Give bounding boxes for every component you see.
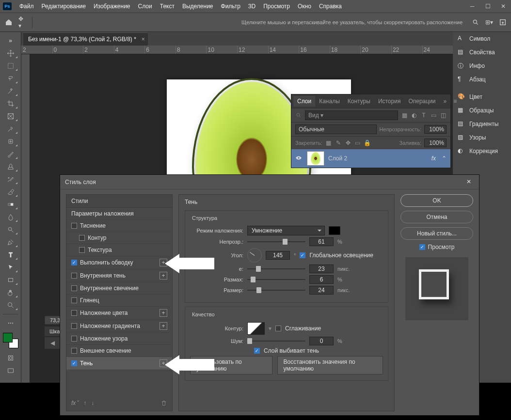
add-effect-button[interactable]: + — [160, 309, 167, 317]
document-tab[interactable]: Без имени-1 @ 73,3% (Слой 2, RGB/8) * × — [23, 32, 148, 46]
cancel-button[interactable]: Отмена — [400, 211, 473, 223]
layers-tab-слои[interactable]: Слои — [293, 96, 315, 107]
angle-dial[interactable] — [247, 248, 262, 263]
search-icon[interactable] — [295, 112, 302, 119]
panel-tab-инфо[interactable]: ⓘИнфо — [453, 59, 511, 73]
layers-tab-история[interactable]: История — [374, 96, 405, 107]
layers-tab-контуры[interactable]: Контуры — [344, 96, 374, 107]
close-window-button[interactable]: ✕ — [495, 0, 511, 13]
opacity-input[interactable]: 100% — [424, 125, 447, 134]
dodge-tool[interactable] — [3, 224, 18, 235]
menu-фильтр[interactable]: Фильтр — [217, 3, 244, 10]
filter-adjust-icon[interactable]: ◐ — [411, 112, 417, 119]
healing-brush-tool[interactable] — [3, 136, 18, 147]
edit-toolbar-icon[interactable]: ⋯ — [3, 317, 18, 329]
reset-default-button[interactable]: Восстановить значения по умолчанию — [277, 356, 383, 374]
style-checkbox[interactable] — [71, 323, 77, 329]
style-item-внутреннее-свечение[interactable]: Внутреннее свечение — [66, 282, 172, 295]
style-item-контур[interactable]: Контур — [66, 232, 172, 244]
lasso-tool[interactable] — [3, 73, 18, 84]
workspace-icon[interactable]: ⊞▾ — [485, 18, 494, 27]
knockout-checkbox[interactable]: ✓ — [254, 348, 260, 354]
panel-tab-коррекция[interactable]: ◐Коррекция — [453, 144, 511, 158]
panel-tab-цвет[interactable]: 🎨Цвет — [453, 90, 511, 104]
pen-tool[interactable] — [3, 236, 18, 248]
noise-slider[interactable] — [247, 338, 305, 344]
layer-fx-chevron-icon[interactable]: ⌃ — [442, 155, 447, 162]
style-item-тиснение[interactable]: Тиснение — [66, 220, 172, 232]
ok-button[interactable]: OK — [400, 194, 473, 207]
new-style-button[interactable]: Новый стиль... — [400, 227, 473, 240]
layer-row[interactable]: Слой 2 fx ⌃ — [291, 149, 450, 168]
panel-tab-абзац[interactable]: ¶Абзац — [453, 73, 511, 86]
styles-header[interactable]: Стили — [66, 195, 172, 208]
style-item-текстура[interactable]: Текстура — [66, 244, 172, 256]
menu-файл[interactable]: Файл — [16, 3, 38, 10]
distance-input[interactable]: 23 — [309, 264, 334, 273]
global-light-checkbox[interactable]: ✓ — [300, 252, 305, 258]
style-checkbox[interactable] — [71, 336, 77, 342]
antialias-checkbox[interactable] — [275, 326, 281, 331]
opacity-slider[interactable] — [247, 238, 305, 245]
style-item-наложение-градиента[interactable]: Наложение градиента+ — [66, 320, 172, 333]
move-tool-options-icon[interactable]: ✥ ▾ — [18, 18, 27, 27]
close-tab-icon[interactable]: × — [142, 36, 145, 43]
spread-input[interactable]: 6 — [309, 275, 334, 284]
blend-mode-select[interactable]: Обычные — [295, 124, 377, 134]
style-item-тень[interactable]: ✓Тень+ — [66, 357, 172, 370]
style-checkbox[interactable] — [71, 348, 77, 354]
rectangle-tool[interactable] — [3, 274, 18, 286]
panel-tab-узоры[interactable]: ▨Узоры — [453, 131, 511, 144]
clone-stamp-tool[interactable] — [3, 161, 18, 172]
style-checkbox[interactable] — [71, 310, 77, 316]
crop-tool[interactable] — [3, 98, 18, 109]
style-checkbox[interactable] — [71, 297, 77, 303]
menu-справка[interactable]: Справка — [315, 3, 346, 10]
menu-изображение[interactable]: Изображение — [90, 3, 134, 10]
zoom-tool[interactable] — [3, 299, 18, 311]
menu-слои[interactable]: Слои — [134, 3, 156, 10]
gradient-tool[interactable] — [3, 199, 18, 210]
menu-просмотр[interactable]: Просмотр — [259, 3, 294, 10]
home-icon[interactable] — [4, 17, 14, 27]
color-swatches[interactable] — [3, 333, 18, 348]
screen-mode-icon[interactable] — [3, 365, 18, 376]
opacity-input[interactable]: 61 — [309, 237, 334, 246]
marquee-tool[interactable] — [3, 60, 18, 72]
menu-3d[interactable]: 3D — [244, 3, 259, 10]
layers-filter-select[interactable]: Вид ▾ — [305, 110, 398, 120]
minimize-button[interactable]: ─ — [464, 0, 480, 13]
lock-position-icon[interactable]: ✥ — [345, 140, 351, 146]
blending-options-item[interactable]: Параметры наложения — [66, 208, 172, 220]
contour-picker[interactable] — [247, 322, 265, 335]
size-slider[interactable] — [247, 287, 305, 294]
filter-type-icon[interactable]: T — [420, 112, 427, 119]
quick-mask-icon[interactable] — [3, 352, 18, 364]
blend-mode-dropdown[interactable]: Умножение — [247, 226, 325, 235]
menu-окно[interactable]: Окно — [294, 3, 315, 10]
panel-tab-градиенты[interactable]: ▤Градиенты — [453, 117, 511, 131]
fg-color-swatch[interactable] — [3, 333, 13, 342]
filter-pixel-icon[interactable]: ▦ — [401, 112, 408, 119]
panel-collapse-icon[interactable]: » — [441, 98, 450, 105]
frame-tool[interactable] — [3, 110, 18, 122]
style-checkbox[interactable]: ✓ — [71, 260, 77, 265]
hand-tool[interactable] — [3, 287, 18, 298]
maximize-button[interactable]: ☐ — [480, 0, 495, 13]
panel-tab-свойства[interactable]: ▤Свойства — [453, 46, 511, 59]
style-checkbox[interactable]: ✓ — [71, 360, 77, 366]
style-item-внутренняя-тень[interactable]: Внутренняя тень+ — [66, 269, 172, 282]
style-item-наложение-узора[interactable]: Наложение узора — [66, 333, 172, 345]
layer-name[interactable]: Слой 2 — [328, 155, 347, 162]
layers-tab-каналы[interactable]: Каналы — [315, 96, 344, 107]
type-tool[interactable] — [3, 249, 18, 261]
magic-wand-tool[interactable] — [3, 85, 18, 97]
fill-input[interactable]: 100% — [424, 139, 447, 147]
dialog-close-icon[interactable]: ✕ — [466, 178, 474, 186]
style-item-внешнее-свечение[interactable]: Внешнее свечение — [66, 345, 172, 357]
eraser-tool[interactable] — [3, 186, 18, 198]
angle-input[interactable]: 145 — [266, 251, 290, 260]
style-checkbox[interactable] — [71, 223, 77, 229]
trash-icon[interactable] — [160, 400, 167, 408]
fx-menu-icon[interactable]: fx˅ — [71, 400, 79, 408]
